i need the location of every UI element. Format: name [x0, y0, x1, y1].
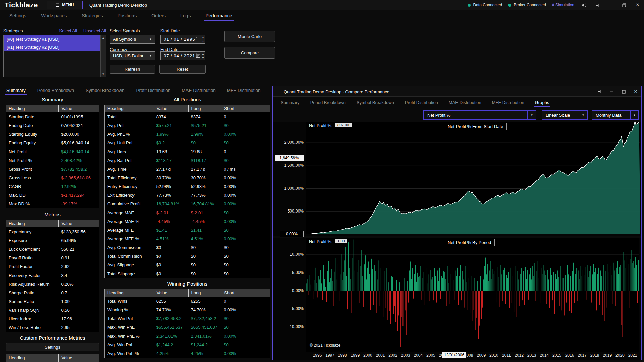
graph-metric-dropdown[interactable]: Net Profit % ▼: [423, 110, 536, 120]
period-returns-plot[interactable]: [306, 238, 639, 352]
date-spinner[interactable]: ▲▼: [201, 35, 205, 43]
table-cell: 1.09: [58, 297, 99, 306]
start-date-input[interactable]: 01 / 01 / 1995 ▲▼: [160, 35, 205, 44]
compare-window-titlebar[interactable]: Quant Trading Demo Desktop - Compare Per…: [273, 86, 641, 97]
symbols-dropdown[interactable]: All Symbols ▼: [110, 35, 155, 44]
scroll-up-icon[interactable]: ▲: [102, 35, 105, 40]
tab-profit-distribution[interactable]: Profit Distribution: [404, 98, 439, 107]
select-symbols-label: Select Symbols: [110, 28, 140, 33]
table-cell: $0: [154, 269, 188, 278]
tab-workspaces[interactable]: Workspaces: [41, 11, 68, 21]
minimize-icon[interactable]: ─: [607, 0, 614, 10]
x-axis-year-label: 2019: [603, 353, 612, 358]
tab-mae-distribution[interactable]: MAE Distribution: [448, 98, 482, 107]
compare-performance-window: Quant Trading Demo Desktop - Compare Per…: [272, 86, 642, 360]
speaker-icon[interactable]: [580, 0, 588, 10]
tab-summary[interactable]: Summary: [280, 98, 300, 107]
equity-curve-chart[interactable]: 500.00%1,000.00%1,500.00%2,000.00%Net Pr…: [273, 122, 641, 236]
strategy-list-item[interactable]: [#0] Test Strategy #1 [USD]: [4, 35, 100, 43]
table-cell: Average MAE %: [105, 217, 154, 226]
table-cell: Sharpe Ratio: [6, 288, 58, 297]
select-all-link[interactable]: Select All: [59, 28, 77, 33]
data-connected-status: Data Connected: [468, 3, 502, 7]
currency-dropdown[interactable]: USD, US Dollar ▼: [110, 51, 155, 60]
tab-performance[interactable]: Performance: [205, 11, 233, 21]
tab-period-breakdown[interactable]: Period Breakdown: [37, 86, 75, 95]
table-row: Winning %74.70%74.70%0.00%: [105, 305, 270, 314]
summary-table: HeadingValueStarting Date01/01/1995Endin…: [6, 105, 99, 208]
tab-positions[interactable]: Positions: [117, 11, 137, 21]
close-icon[interactable]: ✕: [634, 0, 641, 10]
tab-mfe-distribution[interactable]: MFE Distribution: [226, 86, 261, 95]
table-row: Max. Win PnL$655,451.637$655,451.637$0: [105, 323, 270, 331]
monte-carlo-button[interactable]: Monte Carlo: [224, 31, 275, 42]
table-cell: 0.00%: [221, 305, 270, 314]
table-cell: 0.00%: [221, 199, 270, 208]
scale-dropdown[interactable]: Linear Scale ▼: [542, 110, 588, 120]
scroll-down-icon[interactable]: ▼: [102, 72, 105, 77]
close-icon[interactable]: ✕: [632, 86, 639, 97]
table-cell: 2.95: [58, 323, 99, 332]
equity-curve-plot[interactable]: [306, 122, 640, 234]
pin-icon[interactable]: [596, 86, 603, 97]
table-cell: 0.00%: [221, 217, 270, 226]
table-row: Total Efficiency30.70%30.70%0.00%: [105, 173, 270, 182]
end-date-value[interactable]: 07 / 04 / 2021: [161, 53, 195, 58]
column-header: Long: [188, 105, 221, 112]
tab-symbol-breakdown[interactable]: Symbol Breakdown: [356, 98, 395, 107]
minimize-icon[interactable]: ─: [608, 86, 615, 97]
end-date-input[interactable]: 07 / 04 / 2021 ▲▼: [160, 51, 205, 60]
table-cell: 1.99%: [154, 130, 188, 138]
table-cell: $7,782,458.2: [58, 165, 99, 173]
table-cell: 27.1 / d: [154, 165, 188, 173]
tab-mfe-distribution[interactable]: MFE Distribution: [491, 98, 525, 107]
menu-button-label: MENU: [62, 3, 74, 7]
maximize-icon[interactable]: [620, 86, 627, 97]
tab-period-breakdown[interactable]: Period Breakdown: [310, 98, 346, 107]
y-axis-tick-label: 10.00%: [273, 252, 304, 257]
calendar-icon[interactable]: [195, 36, 201, 42]
spinner-down-icon[interactable]: ▼: [201, 39, 205, 44]
chart-series-label: Net Profit %:: [309, 239, 332, 244]
period-dropdown[interactable]: Monthly Data ▼: [592, 110, 639, 120]
compare-button[interactable]: Compare: [224, 47, 275, 59]
spinner-up-icon[interactable]: ▲: [201, 52, 205, 56]
table-cell: 4.51%: [188, 234, 221, 243]
strategy-list-item[interactable]: [#1] Test Strategy #2 [USD]: [4, 43, 100, 51]
reset-button[interactable]: Reset: [159, 65, 206, 74]
custom-metrics-settings-button[interactable]: Settings: [6, 343, 99, 351]
tab-settings[interactable]: Settings: [9, 11, 27, 21]
pin-icon[interactable]: [594, 0, 601, 10]
restore-icon[interactable]: [621, 0, 628, 10]
tab-logs[interactable]: Logs: [180, 11, 191, 21]
titlebar-right: Data Connected Broker Connected # Simula…: [468, 0, 641, 10]
tab-strategies[interactable]: Strategies: [81, 11, 103, 21]
table-row: Avg. Time27.1 / d27.1 / d0 / ms: [105, 165, 270, 173]
table-cell: 27.1 / d: [188, 165, 221, 173]
table-cell: Risk Adjusted Return: [6, 280, 58, 288]
tab-profit-distribution[interactable]: Profit Distribution: [135, 86, 171, 95]
date-spinner[interactable]: ▲▼: [201, 52, 205, 60]
table-cell: Exposure: [6, 236, 58, 245]
strategies-listbox[interactable]: [#0] Test Strategy #1 [USD][#1] Test Str…: [3, 35, 106, 77]
refresh-button[interactable]: Refresh: [110, 65, 155, 74]
menu-button[interactable]: ☰ MENU: [47, 1, 83, 9]
table-cell: 52.98%: [188, 182, 221, 191]
tab-graphs[interactable]: Graphs: [534, 98, 550, 107]
tab-mae-distribution[interactable]: MAE Distribution: [181, 86, 216, 95]
table-cell: 74.70%: [154, 305, 188, 314]
calendar-icon[interactable]: [195, 53, 201, 59]
spinner-down-icon[interactable]: ▼: [201, 56, 205, 60]
start-date-value[interactable]: 01 / 01 / 1995: [161, 37, 195, 42]
period-returns-chart[interactable]: 10.00%5.00%0.00%-5.00%-10.00%Net Profit …: [273, 238, 641, 360]
spinner-up-icon[interactable]: ▲: [201, 35, 205, 39]
column-header: Long: [188, 289, 221, 297]
table-cell: 77.73%: [188, 191, 221, 199]
listbox-scrollbar[interactable]: ▲ ▼: [100, 35, 106, 77]
table-cell: $1,244.2: [188, 340, 221, 349]
unselect-all-link[interactable]: Unselect All: [83, 28, 106, 33]
summary-section-title: Summary: [6, 97, 99, 102]
tab-orders[interactable]: Orders: [151, 11, 166, 21]
tab-symbol-breakdown[interactable]: Symbol Breakdown: [85, 86, 125, 95]
tab-summary[interactable]: Summary: [6, 86, 26, 95]
